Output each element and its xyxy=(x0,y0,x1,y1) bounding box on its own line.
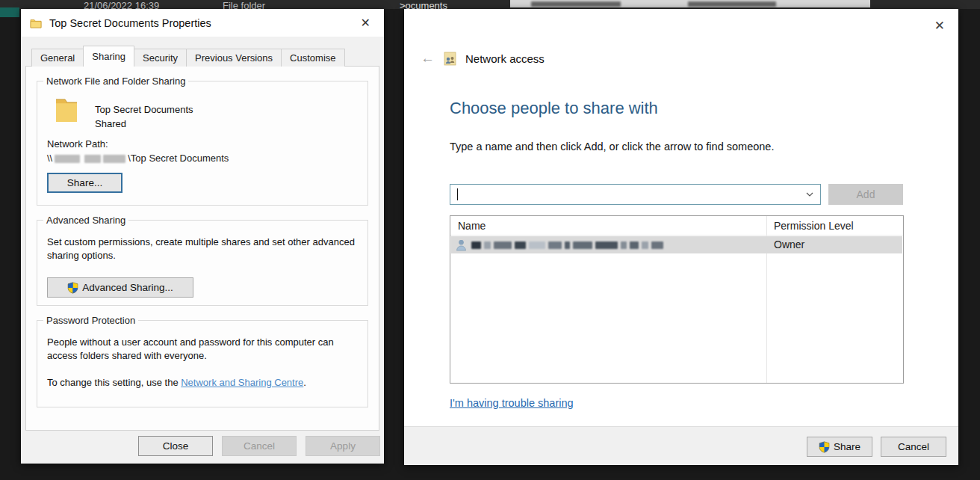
apply-button[interactable]: Apply xyxy=(306,436,380,456)
share-button[interactable]: Share... xyxy=(47,173,122,193)
add-button[interactable]: Add xyxy=(828,184,903,205)
dialog-footer: Share Cancel xyxy=(404,426,958,465)
column-header-name[interactable]: Name xyxy=(458,220,486,232)
explorer-icon-fragment xyxy=(0,7,19,17)
change-setting-text: To change this setting, use the Network … xyxy=(47,376,358,390)
share-button[interactable]: Share xyxy=(807,437,872,457)
redacted-text xyxy=(84,155,101,163)
permission-value: Owner xyxy=(774,239,804,250)
redacted-text xyxy=(688,1,776,7)
tab-customise[interactable]: Customise xyxy=(281,49,344,67)
close-icon[interactable]: ✕ xyxy=(356,14,375,31)
group-title: Network File and Folder Sharing xyxy=(43,76,188,87)
share-button-label: Share xyxy=(834,441,860,452)
network-sharing-centre-link[interactable]: Network and Sharing Centre xyxy=(181,377,303,388)
network-path-value: \\\Top Secret Documents xyxy=(47,153,358,164)
properties-dialog: Top Secret Documents Properties ✕ Genera… xyxy=(21,9,384,464)
explorer-crumb-text: >ocuments xyxy=(400,0,447,9)
people-combobox[interactable] xyxy=(450,184,821,205)
trouble-sharing-link[interactable]: I'm having trouble sharing xyxy=(450,397,574,409)
redacted-text xyxy=(531,1,621,7)
list-header: Name Permission Level xyxy=(450,216,903,236)
cancel-button[interactable]: Cancel xyxy=(222,436,297,456)
people-list[interactable]: Name Permission Level xyxy=(450,215,904,384)
redacted-text xyxy=(103,155,125,163)
group-title: Advanced Sharing xyxy=(43,215,128,226)
back-arrow-icon[interactable]: ← xyxy=(421,50,435,67)
shared-folder-name: Top Secret Documents xyxy=(95,102,193,117)
close-icon[interactable]: ✕ xyxy=(934,18,945,34)
list-row[interactable] xyxy=(451,236,902,253)
redacted-user-name xyxy=(471,241,663,249)
instruction-text: Type a name and then click Add, or click… xyxy=(450,141,774,153)
close-button[interactable]: Close xyxy=(138,436,213,456)
password-protection-group: Password Protection People without a use… xyxy=(37,320,368,407)
advanced-sharing-description: Set custom permissions, create multiple … xyxy=(47,236,358,262)
column-header-permission[interactable]: Permission Level xyxy=(774,220,854,232)
explorer-date-text: 21/06/2022 16:39 xyxy=(84,0,159,9)
uac-shield-icon xyxy=(67,282,78,294)
network-access-icon xyxy=(443,52,457,66)
text-cursor xyxy=(457,188,458,200)
network-sharing-group: Network File and Folder Sharing Top Secr… xyxy=(37,81,368,206)
sharing-tab-page: Network File and Folder Sharing Top Secr… xyxy=(25,66,379,431)
tab-sharing[interactable]: Sharing xyxy=(83,46,134,67)
tab-strip: General Sharing Security Previous Versio… xyxy=(31,46,344,67)
advanced-sharing-group: Advanced Sharing Set custom permissions,… xyxy=(37,220,368,306)
redacted-text xyxy=(55,155,80,163)
advanced-sharing-button[interactable]: Advanced Sharing... xyxy=(47,277,193,298)
explorer-background-strip: 21/06/2022 16:39 File folder >ocuments xyxy=(0,0,980,9)
shared-state: Shared xyxy=(95,117,193,131)
tab-security[interactable]: Security xyxy=(134,49,187,67)
explorer-selected-row xyxy=(510,0,870,7)
properties-titlebar: Top Secret Documents Properties ✕ xyxy=(21,9,384,37)
tab-general[interactable]: General xyxy=(31,49,84,67)
wizard-title: Network access xyxy=(465,52,545,65)
folder-icon xyxy=(52,96,80,131)
chevron-down-icon[interactable] xyxy=(806,192,813,197)
advanced-sharing-button-label: Advanced Sharing... xyxy=(82,282,173,293)
folder-icon xyxy=(30,18,42,28)
dialog-title: Top Secret Documents Properties xyxy=(49,17,211,29)
page-heading: Choose people to share with xyxy=(450,99,658,118)
explorer-filetype-text: File folder xyxy=(223,0,265,9)
group-title: Password Protection xyxy=(43,315,138,326)
uac-shield-icon xyxy=(819,441,830,453)
change-setting-prefix: To change this setting, use the xyxy=(47,377,181,388)
person-icon xyxy=(456,239,467,251)
change-setting-suffix: . xyxy=(303,377,306,388)
tab-previous-versions[interactable]: Previous Versions xyxy=(186,49,282,67)
path-prefix: \\ xyxy=(47,153,52,164)
wizard-header: ← Network access xyxy=(421,50,545,67)
network-access-dialog: ✕ ← Network access Choose people to shar… xyxy=(404,9,958,465)
cancel-button[interactable]: Cancel xyxy=(881,437,946,457)
network-path-label: Network Path: xyxy=(47,138,358,150)
path-suffix: \Top Secret Documents xyxy=(128,153,229,164)
password-protection-description: People without a user account and passwo… xyxy=(47,336,358,363)
